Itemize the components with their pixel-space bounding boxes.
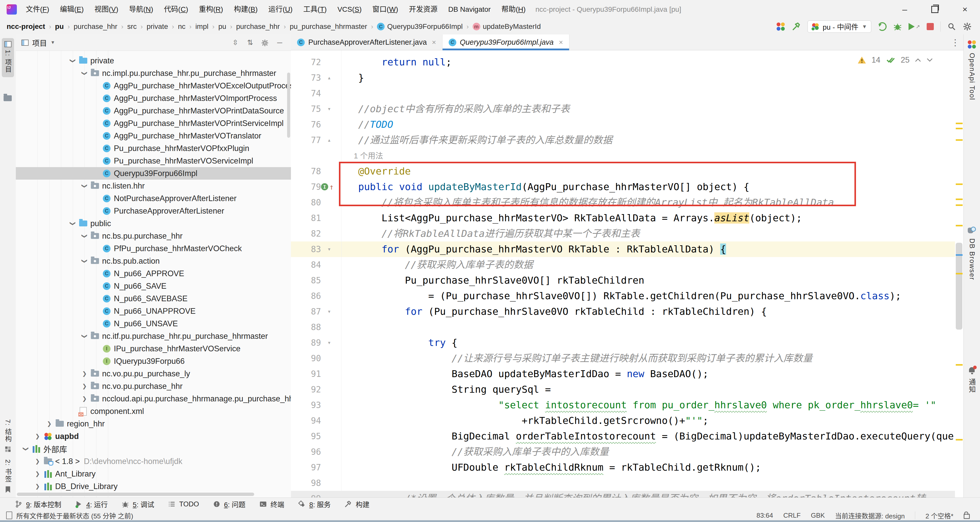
tree-row[interactable]: ❯nc.vo.pu.pu_purchase_ly — [16, 367, 291, 380]
menu-item[interactable]: 窗口(W) — [367, 0, 404, 19]
tree-row[interactable]: CN_pu66_APPROVE — [16, 267, 291, 280]
code-line[interactable]: 97 UFDouble rkTableChildRknum = rkTableC… — [291, 460, 955, 475]
menu-item[interactable]: 构建(B) — [228, 0, 263, 19]
menu-item[interactable]: 编辑(E) — [55, 0, 89, 19]
fold-marker-icon[interactable]: ▾ — [324, 304, 334, 319]
tree-expand-icon[interactable]: ❯ — [33, 433, 42, 440]
build-tool-icon[interactable] — [792, 22, 801, 31]
code-line[interactable]: 95 BigDecimal orderTableIntostorecount =… — [291, 428, 955, 444]
menu-item[interactable]: 运行(U) — [263, 0, 298, 19]
menu-item[interactable]: 帮助(H) — [496, 0, 531, 19]
editor-scrollbar-thumb[interactable] — [956, 243, 963, 330]
tree-row[interactable]: CN_pu66_UNSAVE — [16, 317, 291, 330]
tree-expand-icon[interactable]: ❯ — [80, 370, 89, 377]
tree-expand-icon[interactable]: ❯ — [80, 396, 89, 402]
tab-options-icon[interactable]: ⋮ — [951, 35, 959, 50]
next-problem-icon[interactable] — [926, 57, 933, 62]
tree-row[interactable]: ❯nccloud.api.pu.purchase_hhrmanage.pu_pu… — [16, 393, 291, 405]
tree-row[interactable]: ❯nc.bs.pub.action — [16, 255, 291, 267]
tree-row[interactable]: CN_pu66_UNAPPROVE — [16, 305, 291, 317]
tree-expand-icon[interactable]: ❯ — [81, 331, 88, 341]
tree-row[interactable]: CAggPu_purchase_hhrMasterVOPrintServiceI… — [16, 117, 291, 129]
panel-settings-gear-icon[interactable] — [259, 38, 270, 47]
tree-expand-icon[interactable]: ❯ — [33, 483, 42, 490]
code-line[interactable]: 87▾ for (Pu_purchase_hhrSlave0VO rkTable… — [291, 304, 955, 319]
expand-all-icon[interactable]: ⇳ — [230, 38, 241, 47]
tool-window-button-db-browser[interactable]: DB Browser — [964, 227, 980, 280]
implements-method-icon[interactable]: I — [321, 183, 328, 190]
code-line[interactable]: 96 //获取采购入库单子表中的入库数量 — [291, 444, 955, 460]
tree-expand-icon[interactable]: ❯ — [33, 458, 42, 465]
vcs-status[interactable]: 所有文件都处于最新状态 (55 分钟 之前) — [6, 511, 133, 520]
code-line[interactable]: 89▾ try { — [291, 335, 955, 351]
tree-expand-icon[interactable]: ❯ — [69, 56, 76, 65]
breadcrumb-item[interactable]: ncc-project — [6, 22, 45, 31]
breadcrumb-item[interactable]: private — [146, 22, 168, 31]
tree-expand-icon[interactable]: ❯ — [22, 444, 29, 454]
tool-window-button-debug[interactable]: 5: 调试 — [121, 499, 154, 509]
collapse-all-icon[interactable]: ⇅ — [245, 38, 256, 47]
tree-row[interactable]: CN_pu66_SAVEBASE — [16, 292, 291, 305]
code-line[interactable]: 72 return null; — [291, 54, 955, 70]
tool-window-button-structure[interactable]: 7: 结构 — [3, 419, 13, 453]
tree-row[interactable]: ❯public — [16, 217, 291, 230]
code-editor[interactable]: 72 return null;73▴ }7475▾ //object中含有所有的… — [291, 50, 964, 498]
fold-marker-icon[interactable]: ▾ — [324, 241, 334, 257]
code-line[interactable]: 94 +rkTableChild.getSrcrowno()+"'"; — [291, 413, 955, 428]
code-line[interactable]: 80 //将包含采购入库单主表和子表所有信息的数据存放在新创建的ArrayLis… — [291, 195, 955, 210]
prev-problem-icon[interactable] — [915, 57, 921, 62]
usage-hint[interactable]: 1 个用法 — [354, 148, 383, 163]
tool-window-button-terminal[interactable]: 终端 — [259, 499, 284, 509]
tree-row[interactable]: CQuerypu39Forpu66Impl — [16, 167, 291, 180]
panel-title[interactable]: 项目 — [32, 37, 47, 48]
code-line[interactable]: 98 — [291, 475, 955, 491]
close-icon[interactable]: × — [558, 38, 563, 46]
tree-row[interactable]: ❯nc.itf.pu.purchase_hhr.pu_purchase_hhrm… — [16, 330, 291, 342]
tree-row[interactable]: CAggPu_purchase_hhrMasterVOPrintDataSour… — [16, 104, 291, 117]
error-stripe-column[interactable] — [955, 50, 964, 498]
editor-tab[interactable]: CPurchaseApproverAfterListener.java× — [291, 35, 442, 50]
menu-item[interactable]: 工具(T) — [298, 0, 332, 19]
menu-item[interactable]: 代码(C) — [159, 0, 193, 19]
tree-expand-icon[interactable]: ❯ — [69, 219, 76, 228]
code-line[interactable]: 92 String querySql = — [291, 382, 955, 397]
breadcrumb-item[interactable]: pu_purchase_hhrmaster — [290, 22, 367, 31]
code-line[interactable]: 82 //将RkTableAllData进行遍历获取其中某一个子表和主表 — [291, 226, 955, 241]
stop-button[interactable] — [927, 23, 934, 30]
tree-row[interactable]: ❯DB_Drive_Library — [16, 480, 291, 493]
restore-button[interactable] — [920, 0, 950, 19]
menu-item[interactable]: 视图(V) — [89, 0, 124, 19]
breadcrumb-item[interactable]: CQuerypu39Forpu66Impl — [377, 22, 463, 31]
fold-marker-icon[interactable]: ▴ — [324, 132, 334, 148]
tool-window-button-run[interactable]: 4: 运行 — [75, 499, 108, 509]
code-line[interactable]: 86 = (Pu_purchase_hhrSlave0VO[]) RkTable… — [291, 288, 955, 304]
tree-expand-icon[interactable]: ❯ — [80, 383, 89, 390]
minimize-button[interactable]: – — [890, 0, 920, 19]
tree-row[interactable]: IIQuerypu39Forpu66 — [16, 355, 291, 367]
breadcrumb-item[interactable]: purchase_hhr — [74, 22, 118, 31]
tree-row[interactable]: CN_pu66_SAVE — [16, 280, 291, 292]
tree-row[interactable]: ❯Ant_Library — [16, 468, 291, 480]
tree-horizontal-scrollbar[interactable] — [17, 493, 254, 496]
menu-item[interactable]: DB Navigator — [443, 0, 496, 19]
tree-expand-icon[interactable]: ❯ — [81, 181, 88, 191]
commit-tool-icon[interactable] — [3, 95, 12, 102]
tool-window-button-problems[interactable]: 6: 问题 — [213, 499, 245, 509]
code-line[interactable]: 81 List<AggPu_purchase_hhrMasterVO> RkTa… — [291, 210, 955, 226]
tree-row[interactable]: CPurchaseApproverAfterListener — [16, 205, 291, 217]
fold-marker-icon[interactable]: ▴ — [324, 70, 334, 86]
tree-row[interactable]: CAggPu_purchase_hhrMasterVOExcelOutputPr… — [16, 80, 291, 92]
tool-window-button-build[interactable]: 构建 — [345, 499, 369, 509]
tree-row[interactable]: ❯uapbd — [16, 430, 291, 442]
inspection-widget[interactable]: 14 25 — [857, 56, 933, 65]
tree-row[interactable]: ❯nc.bs.pu.purchase_hhr — [16, 230, 291, 242]
breadcrumb-item[interactable]: mupdateByMasterId — [473, 22, 541, 31]
code-line[interactable]: 91 BaseDAO updateByMasterIdDao = new Bas… — [291, 366, 955, 382]
code-line[interactable]: 84 //获取采购入库单子表的数据 — [291, 257, 955, 273]
tree-row[interactable]: ❯region_hhr — [16, 418, 291, 430]
hide-panel-icon[interactable]: ─ — [274, 38, 285, 47]
lock-icon[interactable] — [964, 514, 970, 519]
rerun-button[interactable] — [878, 22, 886, 31]
tree-row[interactable]: ❯< 1.8 >D:\devhome\ncc-home\ufjdk — [16, 455, 291, 468]
code-line[interactable]: 74 — [291, 86, 955, 101]
